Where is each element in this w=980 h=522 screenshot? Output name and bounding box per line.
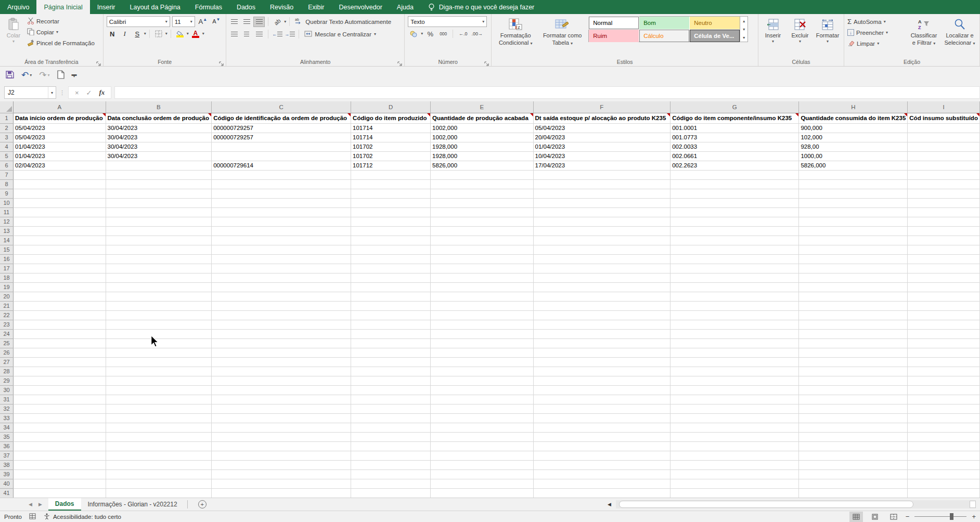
header-cell-E1[interactable]: Quantidade de produção acabada bbox=[431, 113, 533, 123]
row-header-36[interactable]: 36 bbox=[0, 441, 14, 451]
cell-H37[interactable] bbox=[799, 451, 908, 460]
cell-A39[interactable] bbox=[14, 469, 106, 479]
cell-I4[interactable] bbox=[908, 142, 980, 151]
cell-C10[interactable] bbox=[212, 198, 351, 207]
tell-me-box[interactable]: Diga-me o que você deseja fazer bbox=[421, 0, 541, 14]
cell-D40[interactable] bbox=[351, 479, 431, 488]
cell-C25[interactable] bbox=[212, 338, 351, 348]
cell-D7[interactable] bbox=[351, 170, 431, 179]
cell-C2[interactable]: 000000729257 bbox=[212, 123, 351, 133]
cell-B33[interactable] bbox=[106, 413, 212, 423]
cell-F23[interactable] bbox=[533, 320, 670, 329]
sort-filter-button[interactable]: AZ Classificar e Filtrar ▾ bbox=[907, 16, 941, 57]
cell-H23[interactable] bbox=[799, 320, 908, 329]
cell-D29[interactable] bbox=[351, 376, 431, 385]
cell-E3[interactable]: 1002,000 bbox=[431, 133, 533, 142]
cell-C28[interactable] bbox=[212, 367, 351, 376]
column-header-F[interactable]: F bbox=[533, 101, 670, 113]
row-header-32[interactable]: 32 bbox=[0, 404, 14, 413]
row-header-12[interactable]: 12 bbox=[0, 217, 14, 226]
cell-I6[interactable] bbox=[908, 161, 980, 170]
cell-A40[interactable] bbox=[14, 479, 106, 488]
cell-D4[interactable]: 101702 bbox=[351, 142, 431, 151]
cell-E14[interactable] bbox=[431, 236, 533, 245]
cell-I17[interactable] bbox=[908, 264, 980, 273]
customize-qat-icon[interactable]: ▬▾ bbox=[72, 73, 77, 77]
cell-D23[interactable] bbox=[351, 320, 431, 329]
horizontal-scrollbar[interactable] bbox=[616, 500, 976, 508]
cell-B22[interactable] bbox=[106, 310, 212, 320]
cell-H18[interactable] bbox=[799, 273, 908, 282]
accessibility-status[interactable]: Acessibilidade: tudo certo bbox=[43, 513, 121, 521]
cell-A3[interactable]: 05/04/2023 bbox=[14, 133, 106, 142]
cell-F11[interactable] bbox=[533, 207, 670, 217]
cell-G20[interactable] bbox=[670, 292, 799, 301]
cell-F19[interactable] bbox=[533, 282, 670, 292]
cell-B9[interactable] bbox=[106, 189, 212, 198]
underline-button[interactable]: S bbox=[132, 29, 143, 39]
cell-F24[interactable] bbox=[533, 329, 670, 338]
cell-B18[interactable] bbox=[106, 273, 212, 282]
cell-E39[interactable] bbox=[431, 469, 533, 479]
cell-G2[interactable]: 001.0001 bbox=[670, 123, 799, 133]
cell-H3[interactable]: 102,000 bbox=[799, 133, 908, 142]
cell-E24[interactable] bbox=[431, 329, 533, 338]
cell-D24[interactable] bbox=[351, 329, 431, 338]
cell-C17[interactable] bbox=[212, 264, 351, 273]
row-header-23[interactable]: 23 bbox=[0, 320, 14, 329]
cell-B21[interactable] bbox=[106, 301, 212, 310]
cell-D12[interactable] bbox=[351, 217, 431, 226]
cell-A14[interactable] bbox=[14, 236, 106, 245]
cell-G18[interactable] bbox=[670, 273, 799, 282]
cell-C5[interactable] bbox=[212, 151, 351, 161]
cell-A16[interactable] bbox=[14, 254, 106, 264]
accounting-format-button[interactable] bbox=[408, 29, 419, 39]
cell-E27[interactable] bbox=[431, 357, 533, 367]
row-header-19[interactable]: 19 bbox=[0, 282, 14, 292]
cell-F20[interactable] bbox=[533, 292, 670, 301]
cell-D5[interactable]: 101702 bbox=[351, 151, 431, 161]
cell-D14[interactable] bbox=[351, 236, 431, 245]
cell-A30[interactable] bbox=[14, 385, 106, 395]
cell-style-calculo[interactable]: Cálculo bbox=[639, 30, 689, 42]
cell-A24[interactable] bbox=[14, 329, 106, 338]
row-header-40[interactable]: 40 bbox=[0, 479, 14, 488]
cell-D41[interactable] bbox=[351, 488, 431, 498]
number-dialog-launcher-icon[interactable] bbox=[484, 59, 489, 64]
cell-C29[interactable] bbox=[212, 376, 351, 385]
decrease-indent-button[interactable]: ← bbox=[272, 29, 283, 40]
cell-G26[interactable] bbox=[670, 348, 799, 357]
row-header-24[interactable]: 24 bbox=[0, 329, 14, 338]
header-cell-H1[interactable]: Quantidade consumida do item K235 bbox=[799, 113, 908, 123]
cell-style-bom[interactable]: Bom bbox=[639, 17, 689, 29]
cell-C9[interactable] bbox=[212, 189, 351, 198]
cell-F2[interactable]: 05/04/2023 bbox=[533, 123, 670, 133]
cell-B4[interactable]: 30/04/2023 bbox=[106, 142, 212, 151]
cell-F32[interactable] bbox=[533, 404, 670, 413]
gallery-expand-icon[interactable]: ▼ bbox=[740, 33, 747, 42]
horizontal-scrollbar-end[interactable] bbox=[970, 501, 976, 508]
row-header-34[interactable]: 34 bbox=[0, 423, 14, 432]
cell-F39[interactable] bbox=[533, 469, 670, 479]
cell-D18[interactable] bbox=[351, 273, 431, 282]
cell-C33[interactable] bbox=[212, 413, 351, 423]
cell-H9[interactable] bbox=[799, 189, 908, 198]
cell-H7[interactable] bbox=[799, 170, 908, 179]
cell-F27[interactable] bbox=[533, 357, 670, 367]
cell-G16[interactable] bbox=[670, 254, 799, 264]
cell-E33[interactable] bbox=[431, 413, 533, 423]
cell-H14[interactable] bbox=[799, 236, 908, 245]
cell-C6[interactable]: 000000729614 bbox=[212, 161, 351, 170]
cell-A35[interactable] bbox=[14, 432, 106, 441]
cell-C36[interactable] bbox=[212, 441, 351, 451]
cell-H31[interactable] bbox=[799, 395, 908, 404]
cell-D22[interactable] bbox=[351, 310, 431, 320]
cell-E19[interactable] bbox=[431, 282, 533, 292]
name-box-caret-icon[interactable]: ▾ bbox=[48, 87, 56, 98]
row-header-18[interactable]: 18 bbox=[0, 273, 14, 282]
cell-H2[interactable]: 900,000 bbox=[799, 123, 908, 133]
column-header-A[interactable]: A bbox=[14, 101, 106, 113]
cell-B20[interactable] bbox=[106, 292, 212, 301]
row-header-38[interactable]: 38 bbox=[0, 460, 14, 469]
cell-B35[interactable] bbox=[106, 432, 212, 441]
